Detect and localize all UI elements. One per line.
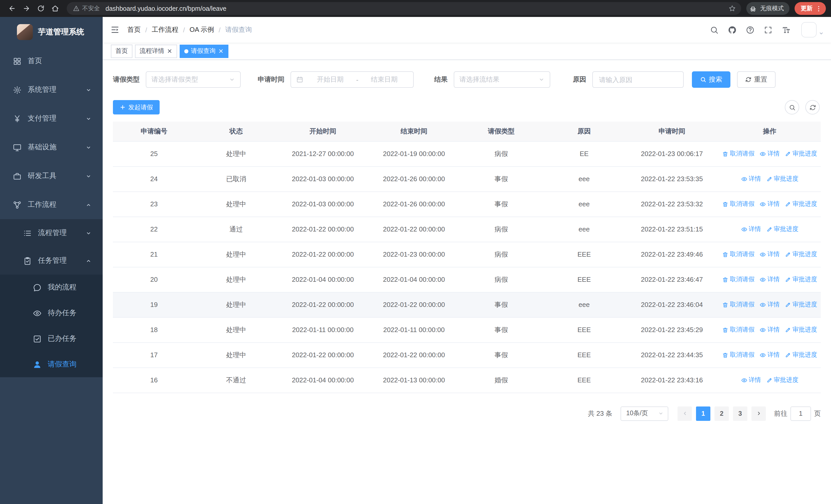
action-progress-link[interactable]: 审批进度 [766, 376, 798, 384]
tab-home[interactable]: 首页 [111, 45, 133, 58]
header-search-button[interactable] [705, 17, 723, 42]
action-cancel-link[interactable]: 取消请假 [722, 275, 754, 284]
result-select[interactable]: 请选择流结果 [454, 71, 550, 88]
next-page-button[interactable] [751, 406, 766, 421]
action-progress-link[interactable]: 审批进度 [785, 351, 817, 359]
github-link[interactable] [723, 17, 741, 42]
cell-start-time: 2022-01-11 00:00:00 [277, 317, 369, 342]
tab-leave-query[interactable]: 请假查询 [180, 45, 228, 58]
cell-reason: EE [543, 141, 625, 166]
action-cancel-link[interactable]: 取消请假 [722, 325, 754, 334]
breadcrumb-item[interactable]: 工作流程 [152, 25, 178, 34]
breadcrumb-item[interactable]: OA 示例 [190, 25, 214, 34]
user-menu[interactable] [801, 22, 824, 37]
action-cancel-link[interactable]: 取消请假 [722, 351, 754, 359]
page-button-1[interactable]: 1 [696, 406, 710, 421]
detail-icon [760, 327, 766, 333]
refresh-table-button[interactable] [805, 100, 820, 114]
action-progress-link[interactable]: 审批进度 [785, 200, 817, 208]
action-progress-link[interactable]: 审批进度 [785, 149, 817, 158]
prev-page-button[interactable] [678, 406, 692, 421]
sidebar-item-home[interactable]: 首页 [0, 47, 103, 76]
page-button-3[interactable]: 3 [733, 406, 747, 421]
create-leave-button[interactable]: 发起请假 [113, 100, 160, 114]
action-cancel-link[interactable]: 取消请假 [722, 149, 754, 158]
sidebar-item-todo-tasks[interactable]: 待办任务 [0, 300, 103, 326]
action-cancel-link[interactable]: 取消请假 [722, 250, 754, 259]
security-status[interactable]: 不安全 [73, 5, 100, 12]
action-detail-link[interactable]: 详情 [760, 351, 780, 359]
sidebar-item-workflow[interactable]: 工作流程 [0, 190, 103, 219]
sidebar-item-infra[interactable]: 基础设施 [0, 133, 103, 162]
page-size-select[interactable]: 10条/页 [621, 406, 668, 421]
sidebar-item-my-process[interactable]: 我的流程 [0, 274, 103, 300]
search-button[interactable]: 搜索 [692, 71, 730, 88]
table-row[interactable]: 18 处理中 2022-01-11 00:00:00 2022-01-11 00… [113, 317, 821, 342]
sidebar-item-system[interactable]: 系统管理 [0, 76, 103, 104]
table-row[interactable]: 16 不通过 2022-01-04 00:00:00 2022-01-13 00… [113, 367, 821, 393]
sidebar-item-done-tasks[interactable]: 已办任务 [0, 326, 103, 352]
breadcrumb-item[interactable]: 首页 [127, 25, 141, 34]
action-detail-link[interactable]: 详情 [760, 200, 780, 208]
fullscreen-button[interactable] [759, 17, 777, 42]
table-row[interactable]: 23 处理中 2022-01-03 00:00:00 2022-01-26 00… [113, 191, 821, 216]
table-row[interactable]: 24 已取消 2022-01-03 00:00:00 2022-01-26 00… [113, 166, 821, 191]
action-progress-link[interactable]: 审批进度 [766, 225, 798, 234]
page-button-2[interactable]: 2 [715, 406, 729, 421]
sidebar-item-task-mgmt[interactable]: 任务管理 [0, 247, 103, 274]
action-detail-link[interactable]: 详情 [760, 149, 780, 158]
action-progress-link[interactable]: 审批进度 [785, 275, 817, 284]
tab-process-detail[interactable]: 流程详情 [135, 45, 177, 58]
cell-actions: 取消请假详情审批进度 [719, 342, 821, 367]
browser-back-button[interactable] [5, 2, 19, 15]
sidebar-item-payment[interactable]: 支付管理 [0, 104, 103, 133]
action-progress-link[interactable]: 审批进度 [785, 300, 817, 309]
action-detail-link[interactable]: 详情 [741, 225, 761, 234]
action-progress-link[interactable]: 审批进度 [766, 175, 798, 183]
table-row[interactable]: 19 处理中 2022-01-22 00:00:00 2022-01-22 00… [113, 292, 821, 317]
action-detail-link[interactable]: 详情 [760, 300, 780, 309]
action-detail-link[interactable]: 详情 [741, 376, 761, 384]
action-detail-link[interactable]: 详情 [760, 250, 780, 259]
table-row[interactable]: 25 处理中 2021-12-27 00:00:00 2022-01-19 00… [113, 141, 821, 166]
address-bar[interactable]: 不安全 dashboard.yudao.iocoder.cn/bpm/oa/le… [67, 2, 741, 15]
goto-page-input[interactable] [791, 406, 811, 421]
action-detail-link[interactable]: 详情 [760, 325, 780, 334]
cell-end-time: 2022-01-19 00:00:00 [369, 141, 459, 166]
help-button[interactable] [741, 17, 759, 42]
reset-button[interactable]: 重置 [737, 71, 776, 88]
table-row[interactable]: 21 处理中 2022-01-22 00:00:00 2022-01-23 00… [113, 242, 821, 267]
close-icon[interactable] [167, 48, 172, 54]
table-row[interactable]: 20 处理中 2022-01-04 00:00:00 2022-01-04 00… [113, 267, 821, 292]
table-row[interactable]: 17 处理中 2022-01-22 00:00:00 2022-01-22 00… [113, 342, 821, 367]
sidebar-item-dev-tools[interactable]: 研发工具 [0, 162, 103, 190]
browser-reload-button[interactable] [34, 2, 47, 15]
browser-home-button[interactable] [48, 2, 62, 15]
leave-type-select[interactable]: 请选择请假类型 [146, 71, 241, 88]
sidebar-item-process-mgmt[interactable]: 流程管理 [0, 219, 103, 247]
apply-time-range-picker[interactable]: 开始日期 - 结束日期 [290, 71, 414, 88]
cell-reason: eee [543, 292, 625, 317]
sidebar-item-leave-query[interactable]: 请假查询 [0, 352, 103, 377]
action-cancel-link[interactable]: 取消请假 [722, 300, 754, 309]
bookmark-star-button[interactable] [726, 2, 738, 14]
sidebar-toggle-button[interactable] [103, 17, 127, 42]
font-size-button[interactable] [777, 17, 795, 42]
browser-update-menu-button[interactable]: 更新 [795, 2, 826, 15]
sidebar-item-label: 请假查询 [48, 360, 77, 369]
reason-input[interactable] [592, 71, 684, 88]
action-cancel-link[interactable]: 取消请假 [722, 200, 754, 208]
action-progress-link[interactable]: 审批进度 [785, 250, 817, 259]
header-apply-time: 申请时间 [625, 122, 719, 141]
sidebar-item-label: 基础设施 [28, 143, 56, 152]
table-row[interactable]: 22 通过 2022-01-22 00:00:00 2022-01-22 00:… [113, 216, 821, 242]
toggle-search-button[interactable] [785, 100, 799, 114]
cell-start-time: 2022-01-04 00:00:00 [277, 267, 369, 292]
action-detail-link[interactable]: 详情 [760, 275, 780, 284]
close-icon[interactable] [218, 48, 224, 54]
app-logo[interactable]: 芋道管理系统 [0, 17, 103, 47]
browser-forward-button[interactable] [20, 2, 33, 15]
action-detail-link[interactable]: 详情 [741, 175, 761, 183]
action-progress-link[interactable]: 审批进度 [785, 325, 817, 334]
yen-icon [13, 114, 22, 123]
